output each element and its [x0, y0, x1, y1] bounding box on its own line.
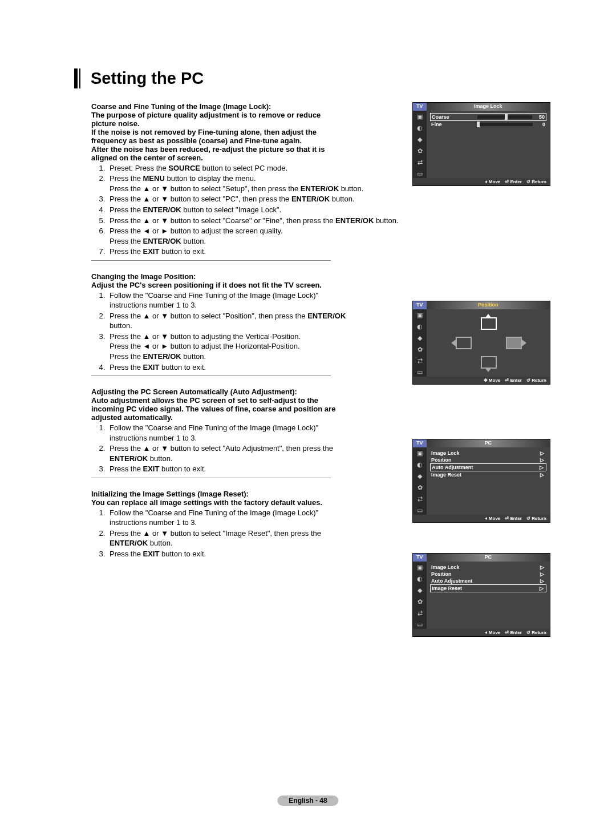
picture-icon: ▣: [416, 450, 424, 457]
s3-step1: Follow the "Coarse and Fine Tuning of th…: [107, 423, 352, 443]
sound-icon: ◐: [416, 575, 424, 583]
s4-step1: Follow the "Coarse and Fine Tuning of th…: [107, 508, 352, 528]
section4-heading: Initializing the Image Settings (Image R…: [91, 490, 337, 507]
setup-icon: ✿: [416, 346, 424, 353]
pc-item-1: Position▷: [430, 457, 546, 463]
osd-pc-auto: TV PC ▣ ◐ ◆ ✿ ⇄ ▭ Image Lock▷ Position▷ …: [412, 439, 550, 523]
s1-step4: Press the ENTER/OK button to select "Ima…: [107, 205, 506, 215]
s2-step1: Follow the "Coarse and Fine Tuning of th…: [107, 290, 352, 310]
input-icon: ⇄: [416, 357, 424, 365]
channel-icon: ◆: [416, 472, 424, 480]
section3-heading: Adjusting the PC Screen Automatically (A…: [91, 387, 337, 422]
osd-enter: ⏎ Enter: [505, 179, 522, 184]
section1-heading: Coarse and Fine Tuning of the Image (Ima…: [91, 102, 337, 162]
section2-heading: Changing the Image Position: Adjust the …: [91, 272, 337, 289]
pc2-item-2: Auto Adjustment▷: [430, 578, 546, 584]
dm-icon: ▭: [416, 621, 424, 628]
title-bar: Setting the PC: [74, 68, 550, 88]
osd-tv-label: TV: [413, 103, 427, 111]
s4-step3: Press the EXIT button to exit.: [107, 549, 352, 559]
s2-step2: Press the ▲ or ▼ button to select "Posit…: [107, 311, 352, 331]
osd-row-fine: Fine 0: [430, 121, 546, 128]
setup-icon: ✿: [416, 484, 424, 491]
s1-step7: Press the EXIT button to exit.: [107, 247, 506, 257]
s4-step2: Press the ▲ or ▼ button to select "Image…: [107, 528, 352, 548]
osd-pc-reset: TV PC ▣ ◐ ◆ ✿ ⇄ ▭ Image Lock▷ Position▷ …: [412, 553, 550, 637]
input-icon: ⇄: [416, 609, 424, 617]
dm-icon: ▭: [416, 170, 424, 177]
osd-position: TV Position ▣ ◐ ◆ ✿ ⇄ ▭: [412, 301, 550, 385]
pc2-item-3: Image Reset▷: [430, 584, 546, 592]
s1-step3: Press the ▲ or ▼ button to select "PC", …: [107, 194, 506, 204]
sound-icon: ◐: [416, 323, 424, 330]
position-pad: [451, 314, 525, 371]
osd-row-coarse: Coarse 50: [430, 113, 546, 121]
setup-icon: ✿: [416, 598, 424, 605]
pc-item-0: Image Lock▷: [430, 450, 546, 457]
picture-icon: ▣: [416, 113, 424, 120]
sound-icon: ◐: [416, 461, 424, 469]
channel-icon: ◆: [416, 587, 424, 594]
picture-icon: ▣: [416, 564, 424, 571]
picture-icon: ▣: [416, 312, 424, 319]
page-title: Setting the PC: [79, 68, 550, 88]
osd-return: ↺ Return: [526, 179, 546, 184]
page-number: English - 48: [277, 795, 338, 806]
pc-item-2: Auto Adjustment▷: [430, 463, 546, 471]
input-icon: ⇄: [416, 495, 424, 503]
osd-title: Image Lock: [427, 103, 550, 111]
pc-item-3: Image Reset▷: [430, 471, 546, 478]
setup-icon: ✿: [416, 147, 424, 155]
s1-step6: Press the ◄ or ► button to adjust the sc…: [107, 226, 506, 246]
channel-icon: ◆: [416, 136, 424, 143]
s3-step3: Press the EXIT button to exit.: [107, 464, 352, 474]
input-icon: ⇄: [416, 159, 424, 166]
sound-icon: ◐: [416, 124, 424, 132]
osd-image-lock: TV Image Lock ▣ ◐ ◆ ✿ ⇄ ▭ Coarse 50: [412, 102, 550, 186]
osd-move: ♦ Move: [485, 179, 501, 184]
s3-step2: Press the ▲ or ▼ button to select "Auto …: [107, 443, 352, 463]
pc2-item-0: Image Lock▷: [430, 564, 546, 571]
dm-icon: ▭: [416, 369, 424, 376]
s2-step3: Press the ▲ or ▼ button to adjusting the…: [107, 332, 352, 362]
pc2-item-1: Position▷: [430, 571, 546, 578]
s1-step5: Press the ▲ or ▼ button to select "Coars…: [107, 216, 506, 226]
s2-step4: Press the EXIT button to exit.: [107, 362, 352, 373]
dm-icon: ▭: [416, 507, 424, 514]
channel-icon: ◆: [416, 334, 424, 342]
